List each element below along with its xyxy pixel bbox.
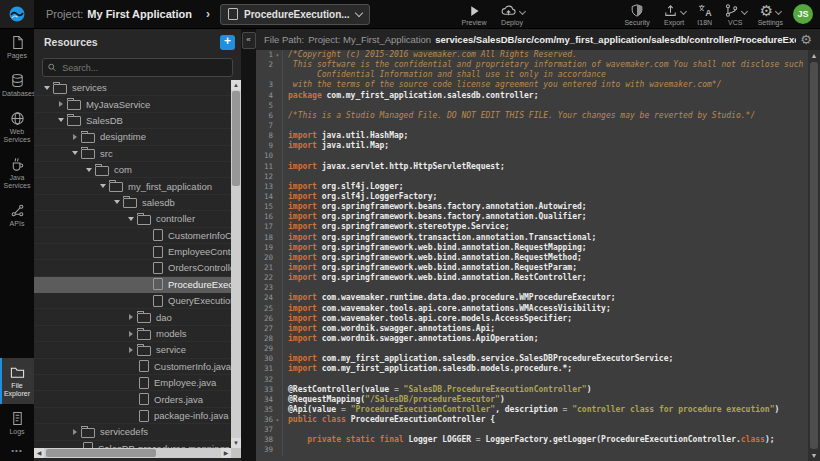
tree-item-employeecontroller-java[interactable]: EmployeeController.java <box>34 244 231 260</box>
fold-gutter <box>273 283 283 293</box>
line-number: 26 <box>256 314 273 324</box>
code-line: 17import org.springframework.stereotype.… <box>256 222 808 232</box>
chevron-right-icon[interactable] <box>126 347 136 353</box>
chevron-right-icon[interactable] <box>56 101 66 107</box>
fold-gutter <box>273 324 283 334</box>
chevron-right-icon[interactable] <box>70 134 80 140</box>
line-number: 33 <box>256 385 273 395</box>
tree-item-myjavaservice[interactable]: MyJavaService <box>34 96 231 112</box>
sidebar-item-pages[interactable]: Pages <box>0 28 34 66</box>
vcs-button[interactable]: VCS <box>724 3 747 26</box>
branch-icon <box>724 3 739 18</box>
tree-item-customerinfo-java[interactable]: CustomerInfo.java <box>34 359 231 375</box>
scroll-left-icon[interactable]: ◀ <box>34 448 44 458</box>
code-text: import javax.servlet.http.HttpServletReq… <box>288 162 505 172</box>
chevron-down-icon[interactable] <box>56 118 66 122</box>
chevron-right-icon[interactable] <box>126 314 136 320</box>
tree-item-servicedefs[interactable]: servicedefs <box>34 424 231 440</box>
tree-item-salesdb[interactable]: SalesDB <box>34 113 231 129</box>
sidebar-item-apis[interactable]: APIs <box>0 196 34 234</box>
user-avatar[interactable]: JS <box>793 4 813 24</box>
scroll-right-icon[interactable]: ▶ <box>221 448 231 458</box>
i18n-button[interactable]: A I18N <box>697 3 713 26</box>
chevron-down-icon <box>741 7 748 14</box>
fold-arrow-icon[interactable]: ▾ <box>273 50 283 60</box>
more-menu-button[interactable]: ••• <box>0 442 34 461</box>
sidebar-item-web-services[interactable]: Web Services <box>0 104 34 150</box>
line-number: 3 <box>256 80 273 90</box>
java-services-icon <box>10 157 25 172</box>
scroll-up-icon[interactable]: ▲ <box>808 50 820 61</box>
export-button[interactable]: Export <box>663 3 686 26</box>
wavemaker-logo[interactable] <box>0 0 34 28</box>
export-icon <box>663 3 678 18</box>
tree-item-package-info-java[interactable]: package-info.java <box>34 408 231 424</box>
sidebar-item-databases[interactable]: Databases <box>0 66 34 104</box>
chevron-right-icon[interactable] <box>70 429 80 435</box>
code-text: import org.springframework.web.bind.anno… <box>288 253 582 263</box>
tree-item-my-first-application[interactable]: my_first_application <box>34 178 231 194</box>
tree-item-customerinfocontroller-java[interactable]: CustomerInfoController.java <box>34 228 231 244</box>
fold-gutter <box>273 151 283 161</box>
fold-gutter <box>273 344 283 354</box>
open-file-dropdown[interactable]: ProcedureExecution... <box>220 4 370 25</box>
fold-arrow-icon[interactable]: ▾ <box>273 415 283 425</box>
tree-item-services[interactable]: services <box>34 80 231 96</box>
databases-icon <box>10 73 25 88</box>
tree-item-controller[interactable]: controller <box>34 211 231 227</box>
tree-item-dao[interactable]: dao <box>34 309 231 325</box>
tree-item-src[interactable]: src <box>34 146 231 162</box>
scroll-down-icon[interactable]: ▼ <box>231 438 241 448</box>
search-input[interactable] <box>60 62 227 74</box>
search-box[interactable] <box>42 58 233 77</box>
preview-button[interactable]: Preview <box>462 3 487 26</box>
code-line: 12 <box>256 172 808 182</box>
chevron-down-icon[interactable] <box>126 217 136 221</box>
tree-item-salesdb-procedures-mappings-json[interactable]: SalesDB-procedures.mappings.json <box>34 441 231 448</box>
chevron-down-icon[interactable] <box>42 86 52 90</box>
fold-gutter <box>273 141 283 151</box>
collapse-panel-button[interactable]: « <box>242 32 256 49</box>
web-services-icon <box>10 111 25 126</box>
tree-item-label: salesdb <box>142 197 175 208</box>
line-number: 7 <box>256 121 273 131</box>
tree-item-com[interactable]: com <box>34 162 231 178</box>
editor-vertical-scrollbar[interactable]: ▲ ▼ <box>808 50 820 461</box>
tree-item-employee-java[interactable]: Employee.java <box>34 375 231 391</box>
tree-item-orders-java[interactable]: Orders.java <box>34 391 231 407</box>
tree-item-orderscontroller-java[interactable]: OrdersController.java <box>34 260 231 276</box>
chevron-down-icon[interactable] <box>98 184 108 188</box>
code-line: 26import com.wavemaker.tools.api.core.mo… <box>256 314 808 324</box>
tree-item-procedureexecutioncontroller-java[interactable]: ProcedureExecutionController.java <box>34 277 231 293</box>
line-number: 17 <box>256 222 273 232</box>
scroll-up-icon[interactable]: ▲ <box>231 80 241 90</box>
code-area[interactable]: 1▾/*Copyright (c) 2015-2016 wavemaker.co… <box>256 50 808 461</box>
sidebar-item-logs[interactable]: Logs <box>0 404 34 442</box>
chevron-down-icon[interactable] <box>112 200 122 204</box>
chevron-down-icon[interactable] <box>70 151 80 155</box>
sidebar-item-java-services[interactable]: Java Services <box>0 150 34 196</box>
tree-horizontal-scrollbar[interactable]: ◀ ▶ <box>34 448 231 458</box>
tree-item-designtime[interactable]: designtime <box>34 129 231 145</box>
tree-vertical-scrollbar[interactable]: ▲ ▼ <box>231 80 241 448</box>
tree-item-queryexecutioncontroller-java[interactable]: QueryExecutionController.java <box>34 293 231 309</box>
code-line: 6/*This is a Studio Managed File. DO NOT… <box>256 111 808 121</box>
editor-settings-gear-icon[interactable]: ⚙ <box>800 33 812 46</box>
tree-item-models[interactable]: models <box>34 326 231 342</box>
security-button[interactable]: Security <box>624 3 649 26</box>
chevron-right-icon[interactable] <box>126 331 136 337</box>
code-text: import org.springframework.transaction.a… <box>288 233 596 243</box>
tree-item-label: ProcedureExecutionController.java <box>168 279 231 290</box>
settings-label: Settings <box>758 19 783 26</box>
add-resource-button[interactable]: + <box>220 35 235 50</box>
scroll-down-icon[interactable]: ▼ <box>808 450 820 461</box>
settings-button[interactable]: ⚙ Settings <box>758 3 783 26</box>
tree-item-salesdb[interactable]: salesdb <box>34 195 231 211</box>
chevron-down-icon[interactable] <box>84 168 94 172</box>
line-number: 38 <box>256 435 273 445</box>
tree-item-service[interactable]: service <box>34 342 231 358</box>
fold-gutter <box>273 435 283 445</box>
sidebar-item-file-explorer[interactable]: File Explorer <box>0 358 34 404</box>
deploy-button[interactable]: Deploy <box>500 3 525 26</box>
sidebar-item-label: Logs <box>2 428 32 436</box>
